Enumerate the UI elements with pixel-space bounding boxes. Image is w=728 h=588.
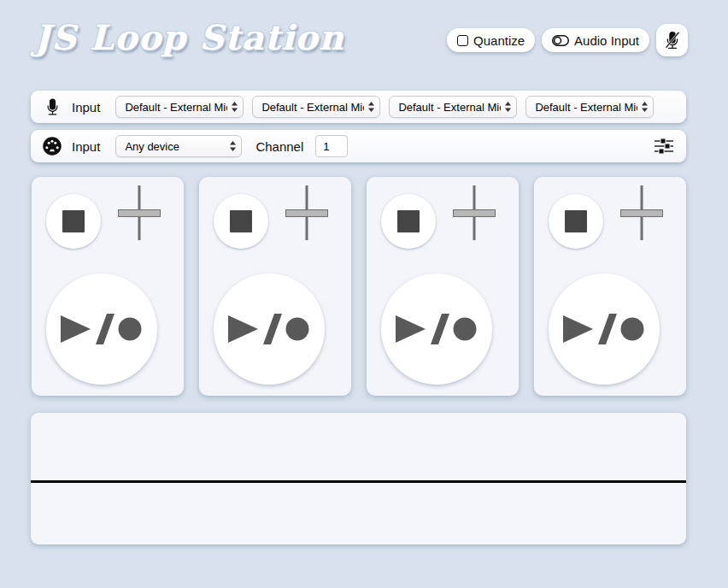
audio-input-label: Audio Input [574,33,639,48]
channel-input[interactable] [315,135,348,157]
play-slash-record-icon [396,314,478,344]
up-down-arrows-icon [641,101,649,113]
page-title: JS Loop Station [34,19,344,56]
microphone-slash-icon [664,32,681,49]
midi-input-bar: Input Any device Channel [31,130,686,162]
volume-slider[interactable] [620,185,663,240]
stop-icon [62,210,85,232]
volume-slider[interactable] [453,185,496,240]
loop-card-2 [199,177,351,396]
quantize-label: Quantize [473,33,525,48]
record-play-button[interactable] [214,273,325,385]
slider-thumb[interactable] [620,209,663,217]
record-play-button[interactable] [46,273,157,385]
stop-button[interactable] [381,194,436,249]
stop-button[interactable] [549,194,603,249]
audio-device-select-2-value: Default - External Microp [261,101,364,114]
play-slash-record-icon [563,314,645,344]
loop-card-4 [534,177,686,396]
slider-thumb[interactable] [453,209,496,217]
audio-device-select-2[interactable]: Default - External Microp [252,96,380,118]
audio-device-select-1[interactable]: Default - External Microp [115,96,244,118]
stop-icon [565,210,587,232]
checkbox-unchecked-icon[interactable] [457,35,468,46]
midi-input-row-label: Input [72,139,100,154]
audio-device-select-3-value: Default - External Microp [398,101,501,114]
waveform-panel [31,413,686,544]
up-down-arrows-icon [229,140,237,152]
stop-icon [397,210,420,232]
up-down-arrows-icon [367,101,375,113]
play-slash-record-icon [61,314,143,344]
waveform-zero-line [31,480,686,483]
up-down-arrows-icon [504,101,512,113]
midi-device-select-value: Any device [125,140,226,153]
midi-settings-button[interactable] [654,138,674,155]
microphone-icon [43,97,62,116]
stop-icon [230,210,252,232]
audio-device-select-4[interactable]: Default - External Microp [525,96,654,118]
slider-thumb[interactable] [285,209,328,217]
toggle-oval-icon [552,35,569,46]
header: JS Loop Station Quantize Audio Input [34,19,688,56]
up-down-arrows-icon [231,101,238,113]
midi-din-connector-icon [43,137,62,156]
record-play-button[interactable] [549,273,660,385]
loop-station-app: JS Loop Station Quantize Audio Input [0,0,728,588]
audio-device-select-1-value: Default - External Microp [125,101,227,114]
audio-input-row-label: Input [72,100,100,115]
volume-slider[interactable] [285,185,328,240]
mic-mute-button[interactable] [656,24,688,56]
toolbar: Quantize Audio Input [447,28,688,56]
record-play-button[interactable] [381,273,492,385]
loop-card-3 [367,177,519,396]
quantize-button[interactable]: Quantize [447,28,535,52]
audio-device-select-3[interactable]: Default - External Microp [389,96,517,118]
channel-label: Channel [255,139,303,154]
audio-input-button[interactable]: Audio Input [542,28,649,52]
midi-device-select[interactable]: Any device [115,135,242,157]
play-slash-record-icon [228,314,310,344]
stop-button[interactable] [46,194,101,249]
sliders-icon [654,138,674,155]
stop-button[interactable] [214,194,268,249]
audio-input-bar: Input Default - External Microp Default … [31,91,686,123]
slider-thumb[interactable] [118,209,161,217]
loop-card-1 [32,177,184,396]
audio-device-select-4-value: Default - External Microp [535,101,637,114]
volume-slider[interactable] [118,185,161,240]
loop-grid [32,177,686,396]
